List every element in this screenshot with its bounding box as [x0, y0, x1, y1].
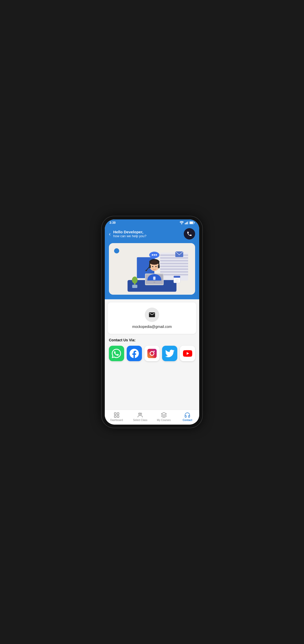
nav-contact[interactable]: Contact: [176, 412, 199, 422]
contact-label: Contact Us Via:: [109, 338, 195, 342]
svg-rect-30: [149, 265, 151, 268]
svg-point-34: [155, 266, 157, 267]
svg-point-21: [156, 254, 157, 255]
svg-rect-40: [174, 276, 180, 278]
status-icons: [180, 221, 195, 224]
svg-rect-52: [117, 416, 119, 417]
svg-rect-13: [160, 266, 188, 267]
subtitle-text: how can we help you?: [113, 234, 147, 238]
nav-select-class[interactable]: Select Class: [129, 412, 152, 422]
svg-rect-12: [160, 263, 188, 264]
select-class-icon: [137, 412, 143, 418]
support-illustration: [109, 243, 195, 295]
svg-point-19: [152, 254, 153, 255]
call-button[interactable]: [184, 228, 195, 240]
hero-card: [105, 243, 199, 299]
wifi-icon: [180, 221, 184, 224]
my-courses-icon: [161, 412, 167, 418]
page-header: ‹ Hello Developer, how can we help you?: [105, 226, 199, 243]
time-display: 3:39: [109, 221, 116, 225]
whatsapp-button[interactable]: [109, 346, 124, 361]
svg-point-32: [146, 270, 147, 271]
social-icons-row: [109, 346, 195, 361]
status-bar: 3:39: [105, 219, 199, 226]
email-address: mockopedia@gmail.com: [132, 325, 172, 329]
contact-icon: [184, 412, 190, 418]
phone-screen: 3:39: [105, 219, 199, 425]
facebook-button[interactable]: [127, 346, 142, 361]
svg-point-47: [154, 351, 155, 352]
svg-rect-50: [117, 413, 119, 415]
svg-rect-14: [160, 268, 188, 270]
svg-point-54: [140, 413, 142, 415]
back-button[interactable]: ‹: [109, 231, 111, 236]
svg-point-0: [181, 223, 182, 224]
bottom-navigation: Dashboard Select Class My Courses: [105, 410, 199, 425]
contact-via-section: Contact Us Via:: [105, 337, 199, 364]
svg-rect-49: [114, 413, 116, 415]
svg-rect-51: [114, 416, 116, 417]
nav-dashboard[interactable]: Dashboard: [105, 412, 129, 422]
svg-point-27: [153, 282, 155, 283]
dashboard-label: Dashboard: [110, 419, 123, 422]
nav-my-courses[interactable]: My Courses: [152, 412, 176, 422]
svg-rect-7: [194, 222, 195, 223]
svg-rect-2: [186, 222, 187, 224]
facebook-icon: [130, 349, 139, 358]
whatsapp-icon: [112, 349, 121, 358]
svg-rect-10: [160, 257, 188, 259]
email-card: mockopedia@gmail.com: [108, 302, 196, 334]
signal-icon: [185, 221, 188, 224]
svg-point-53: [139, 413, 140, 415]
email-icon-wrapper: [145, 308, 159, 322]
my-courses-label: My Courses: [157, 419, 171, 422]
dashboard-icon: [114, 412, 120, 418]
youtube-button[interactable]: [180, 346, 195, 361]
svg-rect-38: [132, 285, 137, 288]
select-class-label: Select Class: [133, 419, 147, 422]
svg-rect-45: [148, 350, 156, 357]
instagram-button[interactable]: [145, 346, 160, 361]
svg-point-20: [154, 254, 155, 255]
email-icon: [148, 311, 156, 318]
header-title: Hello Developer, how can we help you?: [113, 230, 147, 238]
phone-frame: 3:39: [102, 216, 202, 428]
greeting-text: Hello Developer,: [113, 230, 147, 234]
twitter-icon: [165, 349, 174, 358]
svg-rect-3: [187, 222, 188, 224]
svg-rect-9: [160, 254, 188, 256]
battery-icon: [189, 221, 195, 224]
svg-rect-15: [160, 271, 188, 273]
main-content: mockopedia@gmail.com Contact Us Via:: [105, 299, 199, 410]
contact-label: Contact: [183, 419, 192, 422]
svg-rect-11: [160, 260, 188, 261]
twitter-button[interactable]: [162, 346, 177, 361]
svg-point-33: [152, 266, 153, 267]
svg-rect-31: [158, 265, 160, 268]
svg-rect-16: [160, 274, 188, 275]
hero-dot: [114, 248, 119, 253]
svg-rect-6: [190, 222, 193, 224]
phone-icon: [187, 231, 192, 237]
svg-rect-1: [185, 223, 186, 224]
youtube-icon: [183, 349, 192, 358]
hero-illustration-container: [109, 243, 195, 295]
instagram-icon: [147, 349, 157, 358]
svg-rect-35: [153, 277, 156, 280]
svg-point-37: [132, 277, 138, 284]
svg-rect-4: [188, 221, 188, 224]
